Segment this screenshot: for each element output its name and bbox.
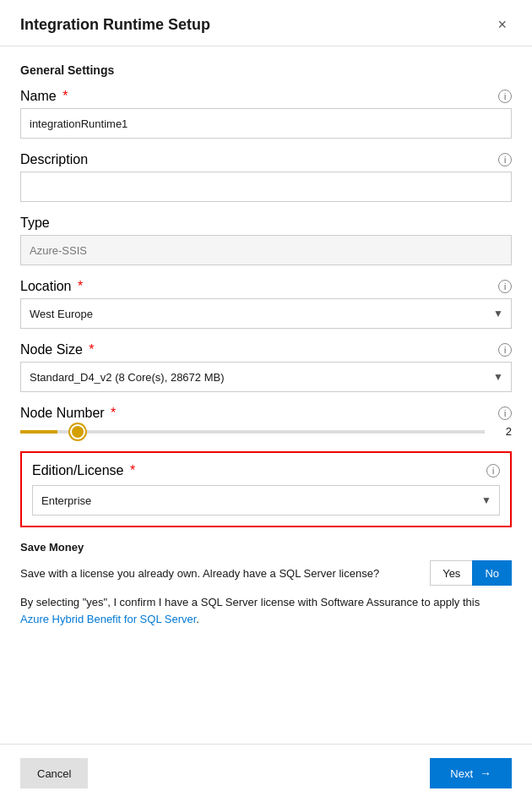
node-size-select[interactable]: Standard_D4_v2 (8 Core(s), 28672 MB) Sta…	[20, 362, 512, 392]
modal-container: Integration Runtime Setup × General Sett…	[0, 0, 532, 802]
description-label-row: Description i	[20, 152, 512, 167]
node-number-label: Node Number *	[20, 406, 116, 421]
name-label-row: Name * i	[20, 89, 512, 104]
node-size-select-wrapper: Standard_D4_v2 (8 Core(s), 28672 MB) Sta…	[20, 362, 512, 392]
description-input[interactable]	[20, 172, 512, 202]
name-info-icon[interactable]: i	[498, 90, 512, 103]
next-button[interactable]: Next →	[430, 758, 512, 788]
node-number-value: 2	[495, 425, 512, 438]
location-required-star: *	[74, 279, 84, 293]
yes-button[interactable]: Yes	[430, 560, 472, 586]
node-number-info-icon[interactable]: i	[498, 406, 512, 420]
modal-body: General Settings Name * i Description i …	[0, 46, 532, 744]
name-required-star: *	[59, 89, 68, 103]
name-label: Name *	[20, 89, 68, 104]
node-size-label: Node Size *	[20, 342, 95, 357]
name-input[interactable]	[20, 108, 512, 139]
save-money-row: Save with a license you already own. Alr…	[20, 560, 512, 586]
next-arrow-icon: →	[480, 767, 491, 780]
no-button[interactable]: No	[472, 560, 512, 586]
modal-header: Integration Runtime Setup ×	[0, 0, 532, 46]
edition-label: Edition/License *	[32, 463, 135, 478]
section-title-general: General Settings	[20, 63, 512, 77]
location-info-icon[interactable]: i	[498, 280, 512, 293]
location-select[interactable]: West Europe East US North Europe	[20, 298, 512, 329]
node-size-info-icon[interactable]: i	[498, 343, 512, 357]
field-group-location: Location * i West Europe East US North E…	[20, 279, 512, 329]
location-label: Location *	[20, 279, 83, 294]
location-select-wrapper: West Europe East US North Europe ▼	[20, 298, 512, 329]
next-label: Next	[450, 767, 473, 780]
node-number-required-star: *	[107, 406, 117, 420]
edition-section: Edition/License * i Enterprise Standard …	[20, 451, 512, 527]
description-info-icon[interactable]: i	[498, 153, 512, 166]
save-money-question: Save with a license you already own. Alr…	[20, 567, 421, 580]
edition-select[interactable]: Enterprise Standard	[32, 485, 500, 516]
save-money-title: Save Money	[20, 541, 512, 554]
save-money-section: Save Money Save with a license you alrea…	[20, 541, 512, 627]
yes-no-group: Yes No	[430, 560, 512, 586]
type-label-row: Type	[20, 216, 512, 231]
node-size-label-row: Node Size * i	[20, 342, 512, 357]
save-money-desc-end: .	[196, 613, 199, 625]
location-label-row: Location * i	[20, 279, 512, 294]
azure-hybrid-benefit-link[interactable]: Azure Hybrid Benefit for SQL Server	[20, 613, 196, 625]
field-group-type: Type	[20, 216, 512, 265]
cancel-button[interactable]: Cancel	[20, 758, 88, 788]
field-group-description: Description i	[20, 152, 512, 202]
edition-info-icon[interactable]: i	[486, 464, 500, 477]
field-group-name: Name * i	[20, 89, 512, 139]
edition-select-wrapper: Enterprise Standard ▼	[32, 485, 500, 516]
edition-label-row: Edition/License * i	[32, 463, 500, 478]
save-money-description: By selecting "yes", I confirm I have a S…	[20, 594, 512, 627]
modal-footer: Cancel Next →	[0, 744, 532, 802]
modal-title: Integration Runtime Setup	[20, 16, 210, 34]
edition-required-star: *	[127, 463, 136, 477]
node-size-required-star: *	[85, 342, 95, 357]
node-number-label-row: Node Number * i	[20, 406, 512, 421]
type-label: Type	[20, 216, 50, 231]
node-number-slider[interactable]	[20, 430, 485, 434]
save-money-desc-text: By selecting "yes", I confirm I have a S…	[20, 596, 480, 608]
type-input	[20, 235, 512, 265]
close-button[interactable]: ×	[492, 15, 512, 34]
field-group-node-size: Node Size * i Standard_D4_v2 (8 Core(s),…	[20, 342, 512, 392]
node-number-slider-wrapper: 2	[20, 425, 512, 438]
field-group-node-number: Node Number * i 2	[20, 406, 512, 438]
description-label: Description	[20, 152, 88, 167]
